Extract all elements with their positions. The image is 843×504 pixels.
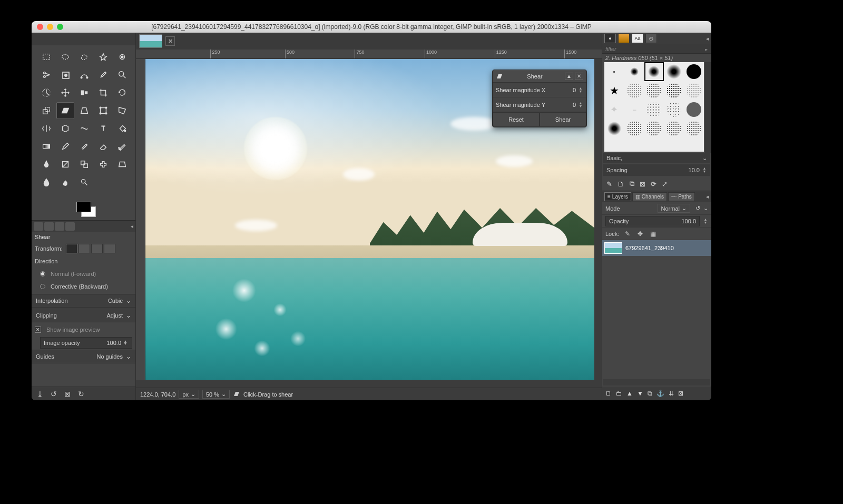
brush-item[interactable] <box>684 119 704 138</box>
brush-item[interactable] <box>624 119 644 138</box>
transform-path[interactable] <box>91 244 103 253</box>
new-group-icon[interactable]: 🗀 <box>616 390 622 397</box>
tool-clone[interactable] <box>75 156 93 173</box>
reset-button[interactable]: Reset <box>493 112 540 127</box>
edit-brush-icon[interactable]: ✎ <box>606 180 612 188</box>
lock-pixels-icon[interactable]: ✎ <box>623 230 632 238</box>
tool-shear[interactable] <box>56 102 74 119</box>
direction-normal-radio[interactable] <box>40 271 45 276</box>
layers-list[interactable]: 67929641_239410 <box>602 240 711 378</box>
tool-measure[interactable] <box>37 84 55 101</box>
delete-preset-icon[interactable]: ⊠ <box>64 390 71 398</box>
brush-item[interactable] <box>644 62 664 81</box>
spinner-arrows[interactable]: ▲▼ <box>702 167 707 173</box>
delete-layer-icon[interactable]: ⊠ <box>678 390 683 397</box>
brush-item[interactable] <box>604 62 624 81</box>
tab-patterns[interactable] <box>618 34 630 43</box>
spinner-arrows[interactable]: ▲▼ <box>123 341 129 345</box>
tool-by-color-select[interactable] <box>113 48 131 65</box>
tool-align[interactable] <box>75 84 93 101</box>
tool-text[interactable] <box>94 120 112 137</box>
tab-fonts[interactable]: Aa <box>632 34 643 43</box>
shade-button[interactable]: ▲ <box>565 73 573 80</box>
fg-bg-swatches[interactable] <box>32 194 135 220</box>
lower-layer-icon[interactable]: ▼ <box>637 390 643 397</box>
units-dropdown[interactable]: px⌄ <box>179 390 199 399</box>
layer-name[interactable]: 67929641_239410 <box>625 245 674 251</box>
anchor-layer-icon[interactable]: ⚓ <box>656 390 664 397</box>
brush-item[interactable] <box>664 81 684 100</box>
close-tab-button[interactable]: ✕ <box>165 36 175 46</box>
brush-scrollbar[interactable] <box>705 62 711 153</box>
layer-thumbnail[interactable] <box>604 242 622 254</box>
brush-spacing-slider[interactable]: Spacing 10.0 ▲▼ <box>603 164 710 176</box>
brush-item[interactable] <box>684 100 704 119</box>
titlebar[interactable]: [67929641_2394106017294599_4417832776896… <box>32 21 711 33</box>
brush-item[interactable] <box>664 100 684 119</box>
guides-select[interactable]: Guides No guides ⌄ <box>32 350 135 363</box>
transform-selection[interactable] <box>79 244 90 253</box>
tab-undo-history[interactable] <box>55 222 64 231</box>
image-opacity-slider[interactable]: Image opacity 100.0 ▲▼ <box>40 337 132 349</box>
reset-icon[interactable]: ↻ <box>78 390 84 398</box>
brush-item[interactable] <box>684 62 704 81</box>
tool-unified-transform[interactable] <box>94 102 112 119</box>
tab-tool-options[interactable] <box>34 222 43 231</box>
duplicate-brush-icon[interactable]: ⧉ <box>630 180 634 188</box>
duplicate-layer-icon[interactable]: ⧉ <box>648 390 652 397</box>
tab-history[interactable]: ◴ <box>645 34 657 43</box>
tab-layers[interactable]: ≡ Layers <box>604 192 631 201</box>
navigation-button[interactable] <box>594 380 602 388</box>
tool-ellipse-select[interactable] <box>56 48 74 65</box>
brush-item[interactable] <box>664 119 684 138</box>
tool-zoom[interactable] <box>113 66 131 83</box>
tool-mypaint[interactable] <box>56 156 74 173</box>
shear-y-input[interactable]: Shear magnitude Y 0 ▲▼ <box>493 97 586 112</box>
lock-alpha-icon[interactable]: ▦ <box>649 230 657 238</box>
tool-foreground-select[interactable] <box>56 66 74 83</box>
canvas[interactable]: Shear ▲ ✕ Shear magnitude X 0 ▲▼ Shear m… <box>145 59 594 380</box>
tool-handle-transform[interactable] <box>113 102 131 119</box>
canvas-scrollbar-horizontal[interactable] <box>143 380 594 388</box>
direction-corrective-radio[interactable] <box>40 284 45 289</box>
shear-dialog-header[interactable]: Shear ▲ ✕ <box>493 70 586 83</box>
transform-image[interactable] <box>104 244 115 253</box>
image-tab-thumbnail[interactable] <box>139 34 162 48</box>
tool-crop[interactable] <box>94 84 112 101</box>
layer-opacity-slider[interactable]: Opacity 100.0 <box>605 216 700 226</box>
tool-rect-select[interactable] <box>37 48 55 65</box>
tab-channels[interactable]: ▥ Channels <box>632 192 667 201</box>
tool-pencil[interactable] <box>56 138 74 155</box>
brush-filter[interactable]: filter ⌄ <box>602 44 711 54</box>
brush-item[interactable] <box>624 81 644 100</box>
tool-move[interactable] <box>56 84 74 101</box>
save-preset-icon[interactable]: ⤓ <box>37 390 43 398</box>
spinner-arrows[interactable]: ▲▼ <box>578 87 583 93</box>
close-window-button[interactable] <box>37 24 43 30</box>
interpolation-select[interactable]: Interpolation Cubic ⌄ <box>32 294 135 308</box>
tool-dodge[interactable] <box>75 174 93 191</box>
delete-brush-icon[interactable]: ⊠ <box>640 180 645 188</box>
minimize-window-button[interactable] <box>47 24 53 30</box>
brush-item[interactable] <box>644 100 664 119</box>
ruler-horizontal[interactable]: 250 500 750 1000 1250 1500 <box>136 50 602 59</box>
brush-item[interactable] <box>604 119 624 138</box>
mode-switch-icon[interactable]: ↺ <box>695 205 700 212</box>
spinner-arrows[interactable]: ▲▼ <box>703 218 708 224</box>
tool-scale[interactable] <box>37 102 55 119</box>
tool-warp[interactable] <box>75 120 93 137</box>
tool-paintbrush[interactable] <box>75 138 93 155</box>
mode-dropdown[interactable]: Normal ⌄ <box>658 204 690 213</box>
tool-perspective[interactable] <box>75 102 93 119</box>
clipping-select[interactable]: Clipping Adjust ⌄ <box>32 309 135 322</box>
refresh-brushes-icon[interactable]: ⟳ <box>651 180 656 188</box>
quick-mask-toggle[interactable] <box>136 380 143 388</box>
new-brush-icon[interactable]: 🗋 <box>617 180 624 188</box>
tool-free-select[interactable] <box>75 48 93 65</box>
zoom-dropdown[interactable]: 50 %⌄ <box>202 390 230 399</box>
tool-flip[interactable] <box>37 120 55 137</box>
tool-fuzzy-select[interactable] <box>94 48 112 65</box>
layers-scrollbar[interactable] <box>603 379 710 386</box>
shear-dialog[interactable]: Shear ▲ ✕ Shear magnitude X 0 ▲▼ Shear m… <box>492 70 587 127</box>
brush-item[interactable] <box>664 62 684 81</box>
